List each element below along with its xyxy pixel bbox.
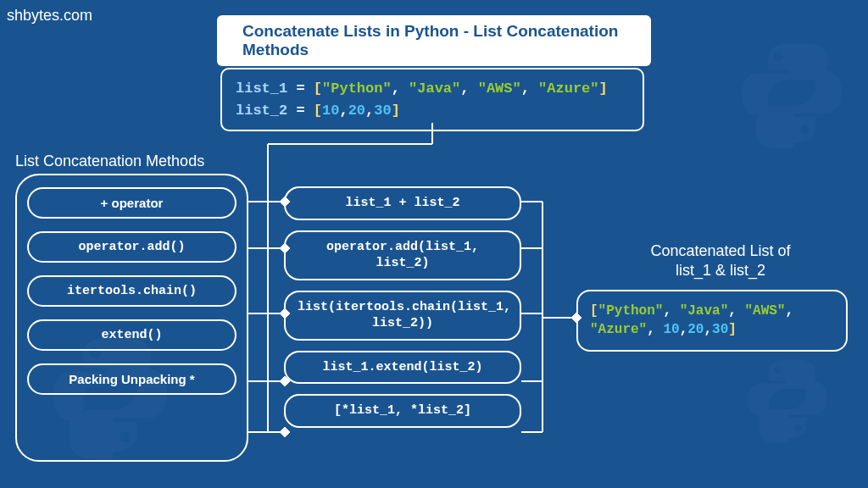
methods-heading: List Concatenation Methods (15, 152, 204, 170)
method-plus-operator: + operator (27, 187, 236, 219)
page-title: Concatenate Lists in Python - List Conca… (217, 15, 651, 66)
var1: list_1 (236, 80, 287, 97)
method-extend: extend() (27, 319, 236, 351)
methods-group: + operator operator.add() itertools.chai… (15, 174, 248, 462)
result-box: ["Python", "Java", "AWS", "Azure", 10,20… (576, 290, 848, 352)
example-operator-add: operator.add(list_1, list_2) (284, 230, 521, 280)
method-operator-add: operator.add() (27, 231, 236, 263)
python-logo-watermark (741, 352, 834, 446)
example-itertools-chain: list(itertools.chain(list_1, list_2)) (284, 291, 521, 341)
method-itertools-chain: itertools.chain() (27, 275, 236, 307)
examples-group: list_1 + list_2 operator.add(list_1, lis… (284, 186, 521, 428)
example-unpacking: [*list_1, *list_2] (284, 394, 521, 428)
example-extend: list_1.extend(list_2) (284, 351, 521, 385)
method-packing-unpacking: Packing Unpacking * (27, 363, 236, 395)
result-heading: Concatenated List of list_1 & list_2 (602, 241, 839, 281)
example-plus: list_1 + list_2 (284, 186, 521, 220)
var2: list_2 (236, 103, 287, 119)
svg-marker-12 (280, 427, 290, 437)
python-logo-watermark (732, 34, 851, 152)
brand-label: shbytes.com (7, 7, 92, 25)
list-definition-box: list_1 = ["Python", "Java", "AWS", "Azur… (220, 68, 644, 131)
